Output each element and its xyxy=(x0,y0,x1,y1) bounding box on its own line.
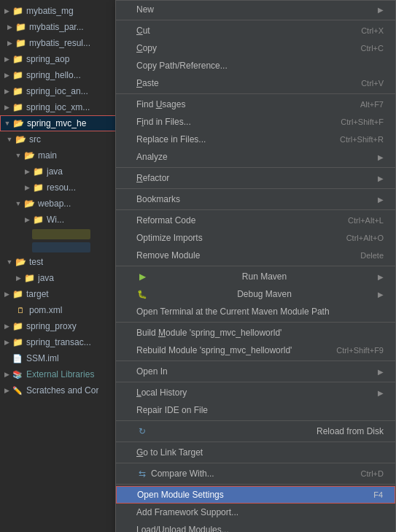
menu-label: Debug Maven xyxy=(237,289,292,299)
menu-open-module-settings[interactable]: Open Module Settings F4 xyxy=(116,486,395,504)
menu-debug-maven[interactable]: 🐛 Debug Maven ▶ xyxy=(116,285,395,303)
item-label: spring_hello... xyxy=(26,70,81,80)
menu-analyze[interactable]: Analyze ▶ xyxy=(116,148,395,166)
menu-shortcut: Ctrl+Alt+L xyxy=(348,216,384,225)
menu-reformat-code[interactable]: Reformat Code Ctrl+Alt+L xyxy=(116,212,395,229)
xml-icon: 🗒 xyxy=(15,304,26,316)
tree-item-main[interactable]: main xyxy=(0,147,117,163)
reload-icon: ↻ xyxy=(136,425,148,437)
menu-paste[interactable]: Paste Ctrl+V xyxy=(116,74,395,92)
item-label: spring_proxy xyxy=(26,321,77,331)
tree-item-external-lib[interactable]: 📚 External Libraries xyxy=(0,366,117,382)
tree-item-mybatis-param[interactable]: mybatis_par... xyxy=(0,19,117,35)
tree-item-java2[interactable]: java xyxy=(0,270,117,286)
folder-open-icon xyxy=(23,198,35,209)
arrow-icon xyxy=(23,216,31,223)
menu-separator xyxy=(116,93,395,94)
menu-remove-module[interactable]: Remove Module Delete xyxy=(116,247,395,264)
arrow-icon xyxy=(3,371,10,378)
tree-item-spring-aop[interactable]: spring_aop xyxy=(0,51,117,67)
menu-build-module[interactable]: Build Module 'spring_mvc_helloworld' ▶ xyxy=(116,324,395,342)
menu-shortcut: Ctrl+X xyxy=(361,26,384,35)
menu-replace-in-files[interactable]: Replace in Files... Ctrl+Shift+R xyxy=(116,131,395,148)
arrow-icon xyxy=(3,55,10,63)
menu-label: Cut xyxy=(136,26,150,36)
tree-item-test[interactable]: test xyxy=(0,254,117,270)
menu-copy-path[interactable]: Copy Path/Reference... xyxy=(116,57,395,74)
menu-reload-from-disk[interactable]: ↻ Reload from Disk xyxy=(116,423,395,440)
menu-cut[interactable]: Cut Ctrl+X xyxy=(116,22,395,39)
menu-label: Refactor xyxy=(136,173,169,183)
folder-open-icon xyxy=(15,256,26,268)
menu-find-usages[interactable]: Find Usages Alt+F7 xyxy=(116,96,395,113)
menu-label: Paste xyxy=(136,78,159,88)
menu-copy[interactable]: Copy Ctrl+C xyxy=(116,39,395,57)
submenu-arrow-icon: ▶ xyxy=(378,153,384,161)
menu-go-to-link[interactable]: Go to Link Target xyxy=(116,444,395,461)
menu-label: Load/Unload Modules... xyxy=(136,525,229,532)
menu-new[interactable]: New ▶ xyxy=(116,1,395,18)
tree-item-web[interactable]: Wi... xyxy=(0,212,117,228)
menu-separator xyxy=(116,484,395,485)
submenu-arrow-icon: ▶ xyxy=(378,273,384,281)
tree-item-img2 xyxy=(0,241,117,254)
tree-item-pom-xml[interactable]: 🗒 pom.xml xyxy=(0,302,117,318)
context-menu: New ▶ Cut Ctrl+X Copy Ctrl+C Copy Path/R… xyxy=(115,0,396,532)
folder-icon xyxy=(12,336,23,348)
tree-item-spring-transac[interactable]: spring_transac... xyxy=(0,334,117,350)
arrow-icon xyxy=(6,136,13,143)
tree-item-java[interactable]: java xyxy=(0,163,117,180)
menu-label: Compare With... xyxy=(151,469,214,479)
tree-item-mybatis-result[interactable]: mybatis_resul... xyxy=(0,35,117,51)
compare-icon: ⇆ xyxy=(136,468,148,479)
tree-item-spring-hello[interactable]: spring_hello... xyxy=(0,67,117,83)
debug-maven-icon: 🐛 xyxy=(136,288,148,300)
menu-rebuild-module[interactable]: Rebuild Module 'spring_mvc_helloworld' C… xyxy=(116,342,395,359)
tree-item-ssm-iml[interactable]: SSM.iml xyxy=(0,350,117,366)
menu-repair-ide[interactable]: Repair IDE on File xyxy=(116,401,395,419)
tree-item-spring-mvc-he[interactable]: spring_mvc_he xyxy=(0,115,117,131)
menu-label: Reformat Code xyxy=(136,215,195,225)
tree-item-spring-ioc-ann[interactable]: spring_ioc_an... xyxy=(0,83,117,99)
menu-label: Local History xyxy=(136,388,187,398)
menu-bookmarks[interactable]: Bookmarks ▶ xyxy=(116,190,395,208)
submenu-arrow-icon: ▶ xyxy=(378,290,384,298)
menu-label: Find Usages xyxy=(136,99,185,109)
menu-local-history[interactable]: Local History ▶ xyxy=(116,384,395,401)
submenu-arrow-icon: ▶ xyxy=(378,389,384,397)
menu-optimize-imports[interactable]: Optimize Imports Ctrl+Alt+O xyxy=(116,229,395,247)
run-maven-icon: ▶ xyxy=(136,271,148,282)
menu-label: Remove Module xyxy=(136,250,200,261)
tree-item-mybatis-mg[interactable]: mybatis_mg xyxy=(0,3,117,19)
arrow-icon xyxy=(3,7,10,15)
folder-icon xyxy=(12,288,23,300)
menu-run-maven[interactable]: ▶ Run Maven ▶ xyxy=(116,268,395,285)
tree-item-scratches[interactable]: ✏️ Scratches and Cor xyxy=(0,382,117,398)
tree-item-resources[interactable]: resou... xyxy=(0,180,117,196)
menu-label: New xyxy=(136,4,154,15)
menu-add-framework[interactable]: Add Framework Support... xyxy=(116,504,395,521)
item-label: spring_aop xyxy=(26,54,69,64)
tree-item-target[interactable]: target xyxy=(0,286,117,302)
item-label: mybatis_resul... xyxy=(29,38,90,48)
menu-find-in-files[interactable]: Find in Files... Ctrl+Shift+F xyxy=(116,113,395,131)
item-label: java xyxy=(47,166,63,177)
tree-item-webapp[interactable]: webap... xyxy=(0,196,117,212)
menu-label: Go to Link Target xyxy=(136,447,203,458)
menu-open-terminal[interactable]: Open Terminal at the Current Maven Modul… xyxy=(116,303,395,320)
folder-icon xyxy=(32,214,44,225)
folder-icon xyxy=(15,21,26,33)
menu-refactor[interactable]: Refactor ▶ xyxy=(116,169,395,187)
menu-shortcut: Ctrl+C xyxy=(361,44,384,53)
menu-open-in[interactable]: Open In ▶ xyxy=(116,363,395,380)
menu-separator xyxy=(116,209,395,210)
menu-shortcut: Ctrl+Shift+R xyxy=(340,135,384,144)
menu-load-unload[interactable]: Load/Unload Modules... xyxy=(116,521,395,532)
menu-separator xyxy=(116,382,395,382)
folder-icon xyxy=(23,272,35,284)
menu-label: Bookmarks xyxy=(136,194,180,204)
tree-item-spring-ioc-xml[interactable]: spring_ioc_xm... xyxy=(0,99,117,115)
tree-item-src[interactable]: src xyxy=(0,131,117,147)
menu-compare-with[interactable]: ⇆ Compare With... Ctrl+D xyxy=(116,465,395,482)
tree-item-spring-proxy[interactable]: spring_proxy xyxy=(0,318,117,334)
